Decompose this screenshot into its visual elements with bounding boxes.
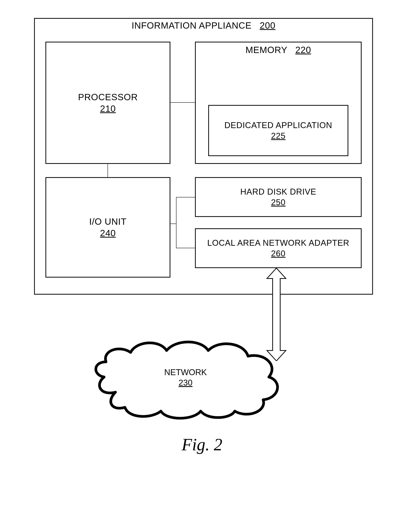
app-label: DEDICATED APPLICATION	[224, 121, 332, 130]
io-label: I/O UNIT	[89, 216, 126, 227]
connector-bus-hdd	[176, 197, 195, 197]
container-ref: 200	[260, 20, 275, 31]
hdd-box: HARD DISK DRIVE 250	[195, 177, 362, 217]
network-ref: 230	[178, 378, 192, 387]
app-ref: 225	[271, 131, 285, 141]
connector-proc-io	[107, 164, 108, 177]
io-ref: 240	[100, 228, 116, 238]
processor-label: PROCESSOR	[78, 92, 138, 102]
connector-bus-lan	[176, 248, 195, 248]
processor-box: PROCESSOR 210	[45, 42, 170, 164]
lan-label: LOCAL AREA NETWORK ADAPTER	[207, 238, 349, 248]
memory-title: MEMORY 220	[196, 45, 361, 55]
container-label: INFORMATION APPLIANCE	[132, 20, 252, 31]
container-title: INFORMATION APPLIANCE 200	[35, 20, 372, 31]
figure-caption: Fig. 2	[0, 435, 404, 454]
connector-proc-mem	[170, 102, 195, 103]
connector-io-stub	[170, 224, 176, 224]
hdd-label: HARD DISK DRIVE	[240, 187, 316, 197]
network-label: NETWORK	[164, 368, 207, 377]
lan-ref: 260	[271, 249, 285, 258]
memory-ref: 220	[295, 45, 311, 55]
hdd-ref: 250	[271, 198, 285, 207]
network-cloud-icon: NETWORK 230	[83, 335, 288, 421]
lan-adapter-box: LOCAL AREA NETWORK ADAPTER 260	[195, 228, 362, 268]
dedicated-application-box: DEDICATED APPLICATION 225	[208, 105, 348, 156]
processor-ref: 210	[100, 103, 116, 114]
connector-io-bus	[176, 197, 177, 248]
io-unit-box: I/O UNIT 240	[45, 177, 170, 278]
patent-figure-page: INFORMATION APPLIANCE 200 PROCESSOR 210 …	[0, 0, 404, 532]
memory-label: MEMORY	[246, 45, 287, 55]
